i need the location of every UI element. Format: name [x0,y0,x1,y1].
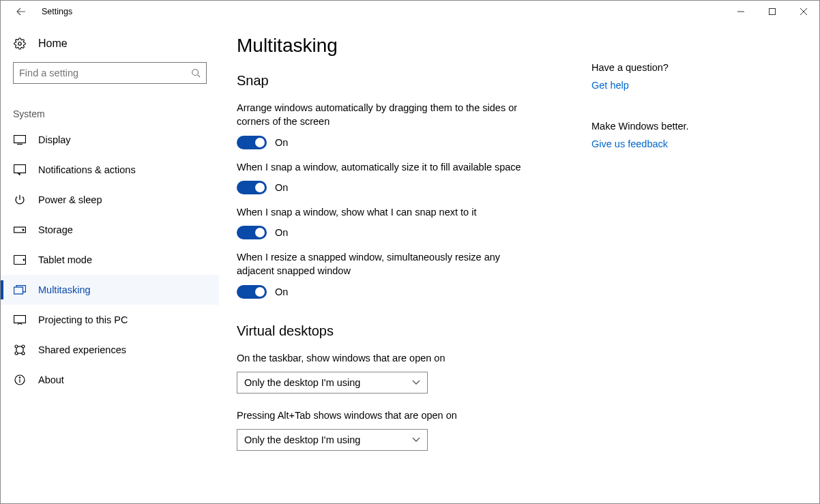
page-title: Multitasking [237,35,591,57]
nav-power[interactable]: Power & sleep [1,185,219,215]
nav-label: Storage [38,224,73,235]
setting-vd-taskbar: On the taskbar, show windows that are op… [237,351,591,394]
section-vd: Virtual desktops [237,323,591,339]
nav-label: Power & sleep [38,194,102,205]
nav-display[interactable]: Display [1,125,219,155]
dropdown-vd-taskbar[interactable]: Only the desktop I'm using [237,372,428,394]
home-row[interactable]: Home [1,31,219,57]
svg-line-6 [198,75,201,78]
nav-storage[interactable]: Storage [1,215,219,245]
nav-about[interactable]: About [1,365,219,395]
nav-label: Tablet mode [38,254,92,265]
window-title: Settings [35,7,72,16]
storage-icon [13,226,27,234]
setting-vd-alttab: Pressing Alt+Tab shows windows that are … [237,409,591,451]
main-pane: Multitasking Snap Arrange windows automa… [219,23,819,503]
tablet-icon [13,255,27,265]
chevron-down-icon [412,437,420,443]
svg-point-11 [23,229,24,231]
toggle-state: On [275,286,288,297]
multitasking-icon [13,285,27,295]
projecting-icon [13,315,27,325]
setting-label: Pressing Alt+Tab shows windows that are … [237,409,537,422]
close-button[interactable] [788,1,819,23]
setting-label: Arrange windows automatically by draggin… [237,101,537,129]
svg-point-16 [15,345,18,348]
toggle-snap-fill[interactable] [237,181,267,194]
svg-point-5 [192,70,199,76]
nav-label: Projecting to this PC [38,314,128,325]
maximize-button[interactable] [757,1,788,23]
setting-snap-resize: When I resize a snapped window, simultan… [237,250,591,299]
sidebar-section-label: System [1,95,219,125]
setting-label: When I snap a window, show what I can sn… [237,205,537,219]
setting-label: When I resize a snapped window, simultan… [237,250,537,278]
dropdown-vd-alttab[interactable]: Only the desktop I'm using [237,429,428,451]
nav-tablet[interactable]: Tablet mode [1,245,219,275]
info-icon [13,374,27,385]
toggle-snap-suggest[interactable] [237,226,267,239]
svg-point-18 [15,352,18,355]
svg-rect-9 [14,165,26,173]
search-icon [191,68,201,78]
notifications-icon [13,164,27,175]
nav-shared[interactable]: Shared experiences [1,335,219,365]
nav-multitasking[interactable]: Multitasking [1,275,219,305]
get-help-link[interactable]: Get help [591,80,762,91]
gear-icon [13,38,27,50]
setting-label: When I snap a window, automatically size… [237,160,537,174]
toggle-snap-arrange[interactable] [237,136,267,149]
svg-point-19 [22,352,25,355]
nav-projecting[interactable]: Projecting to this PC [1,305,219,335]
nav-label: About [38,374,64,385]
nav-label: Notifications & actions [38,164,136,175]
setting-label: On the taskbar, show windows that are op… [237,351,537,365]
section-snap: Snap [237,73,591,89]
display-icon [13,135,27,145]
svg-point-17 [22,345,25,348]
toggle-state: On [275,182,288,193]
search-input[interactable] [13,62,207,84]
svg-point-4 [18,42,22,46]
nav-notifications[interactable]: Notifications & actions [1,155,219,185]
search-field[interactable] [19,68,191,78]
nav-label: Display [38,134,71,145]
shared-icon [13,344,27,355]
nav-label: Multitasking [38,284,91,295]
svg-rect-1 [770,9,776,15]
setting-snap-fill: When I snap a window, automatically size… [237,160,591,194]
power-icon [13,194,27,205]
svg-point-26 [19,377,20,378]
rail-question-1: Have a question? [591,62,762,73]
rail-question-2: Make Windows better. [591,121,762,132]
window-controls [725,1,819,23]
sidebar: Home System Display Notifications & acti… [1,23,219,503]
svg-rect-15 [14,316,26,323]
svg-rect-14 [14,287,23,294]
svg-point-13 [23,259,25,261]
right-rail: Have a question? Get help Make Windows b… [591,35,762,503]
back-button[interactable] [8,1,35,23]
titlebar: Settings [1,1,819,23]
home-label: Home [38,38,68,50]
chevron-down-icon [412,380,420,385]
toggle-state: On [275,227,288,238]
svg-rect-7 [14,136,26,143]
toggle-state: On [275,137,288,148]
nav-label: Shared experiences [38,344,126,355]
dropdown-value: Only the desktop I'm using [244,377,360,388]
dropdown-value: Only the desktop I'm using [244,434,360,445]
setting-snap-suggest: When I snap a window, show what I can sn… [237,205,591,239]
minimize-button[interactable] [725,1,757,23]
feedback-link[interactable]: Give us feedback [591,138,762,149]
setting-snap-arrange: Arrange windows automatically by draggin… [237,101,591,149]
toggle-snap-resize[interactable] [237,285,267,299]
